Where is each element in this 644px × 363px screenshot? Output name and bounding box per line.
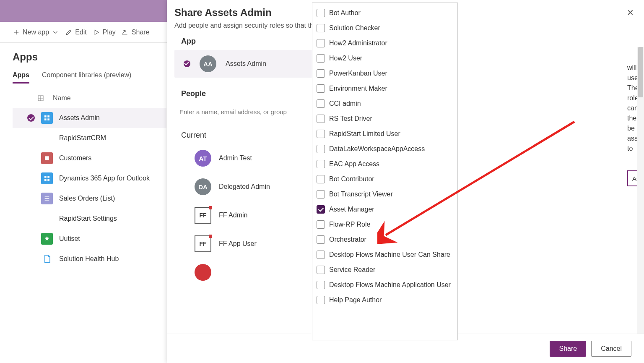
checkbox[interactable] (317, 39, 325, 47)
app-row[interactable]: Dynamics 365 App for Outlook (13, 168, 166, 188)
role-option[interactable]: Desktop Flows Machine User Can Share (312, 247, 457, 262)
checkbox[interactable] (317, 145, 325, 153)
role-option[interactable]: Solution Checker (312, 21, 457, 36)
person-row[interactable]: FFFF App User (195, 235, 313, 252)
checkbox[interactable] (317, 220, 325, 229)
svg-rect-6 (44, 176, 47, 178)
role-label: Desktop Flows Machine User Can Share (329, 251, 450, 259)
plus-icon (13, 29, 20, 36)
current-people-list: ATAdmin TestDADelegated AdminFFFF AdminF… (195, 150, 313, 281)
tab-component-libraries[interactable]: Component libraries (preview) (42, 71, 131, 84)
app-name: RapidStartCRM (59, 134, 106, 142)
person-row[interactable]: ATAdmin Test (195, 150, 313, 167)
roles-dropdown-panel[interactable]: Bot AuthorSolution CheckerHow2 Administr… (312, 3, 458, 340)
checkbox[interactable] (317, 175, 325, 183)
role-option[interactable]: RapidStart Limited User (312, 126, 457, 141)
role-option[interactable]: Bot Contributor (312, 172, 457, 187)
cancel-button[interactable]: Cancel (591, 341, 631, 357)
person-row[interactable] (195, 264, 313, 281)
app-selected-icon (27, 154, 35, 162)
role-label: How2 User (329, 55, 362, 62)
role-option[interactable]: Orchestrator (312, 232, 457, 247)
close-icon[interactable]: ✕ (627, 8, 634, 18)
new-app-button[interactable]: New app (13, 29, 59, 36)
checkbox[interactable] (317, 160, 325, 168)
app-row[interactable]: Solution Health Hub (13, 249, 166, 269)
person-name: Admin Test (219, 154, 252, 162)
person-name: Delegated Admin (219, 183, 270, 191)
app-row[interactable]: Customers (13, 148, 166, 168)
role-option[interactable]: Environment Maker (312, 81, 457, 96)
role-label: How2 Administrator (329, 39, 387, 47)
app-icon (41, 172, 53, 184)
role-option[interactable]: Asset Manager (312, 202, 457, 217)
role-option[interactable]: CCI admin (312, 96, 457, 111)
role-option[interactable]: How2 Administrator (312, 36, 457, 51)
role-option[interactable]: DataLakeWorkspaceAppAccess (312, 141, 457, 157)
app-row[interactable]: Sales Orders (List) (13, 188, 166, 209)
play-button[interactable]: Play (93, 29, 116, 36)
avatar: FF (195, 207, 211, 224)
app-name: Solution Health Hub (59, 255, 119, 263)
tab-apps[interactable]: Apps (13, 71, 29, 84)
table-icon (37, 94, 44, 102)
app-icon (41, 112, 53, 124)
apps-column-head[interactable]: Name (13, 86, 166, 108)
checkbox[interactable] (317, 235, 325, 244)
role-option[interactable]: PowerKanban User (312, 66, 457, 81)
modal-scrollbar[interactable] (637, 47, 644, 334)
role-label: RS Test Driver (329, 115, 372, 123)
checkbox[interactable] (317, 281, 325, 289)
checkbox[interactable] (317, 296, 325, 304)
checkbox[interactable] (317, 205, 325, 214)
person-row[interactable]: FFFF Admin (195, 207, 313, 224)
scrollbar-thumb[interactable] (638, 47, 643, 97)
app-selected-icon (27, 215, 35, 222)
role-option[interactable]: How2 User (312, 51, 457, 66)
role-label: Flow-RP Role (329, 221, 370, 228)
app-icon (41, 193, 53, 204)
checkbox[interactable] (317, 190, 325, 198)
app-icon (41, 253, 53, 265)
app-name: Sales Orders (List) (59, 195, 115, 202)
apps-title: Apps (13, 51, 166, 63)
checkbox[interactable] (317, 9, 325, 17)
role-option[interactable]: Service Reader (312, 262, 457, 277)
person-row[interactable]: DADelegated Admin (195, 178, 313, 195)
checkbox[interactable] (317, 266, 325, 274)
app-selected-icon (27, 134, 35, 142)
share-cmd-button[interactable]: Share (122, 29, 150, 36)
app-name: Uutiset (59, 235, 80, 243)
svg-rect-5 (45, 156, 49, 160)
role-option[interactable]: Flow-RP Role (312, 217, 457, 232)
role-option[interactable]: RS Test Driver (312, 111, 457, 126)
edit-button[interactable]: Edit (65, 29, 87, 36)
role-option[interactable]: EAC App Access (312, 157, 457, 172)
app-name: Customers (59, 154, 91, 162)
checkbox[interactable] (317, 54, 325, 63)
role-option[interactable]: Help Page Author (312, 292, 457, 308)
app-row[interactable]: Uutiset (13, 229, 166, 249)
role-option[interactable]: Bot Author (312, 5, 457, 21)
share-button[interactable]: Share (550, 341, 586, 357)
person-name: FF Admin (219, 212, 247, 219)
people-input[interactable] (178, 105, 304, 119)
app-row[interactable]: RapidStart Settings (13, 209, 166, 229)
checkbox[interactable] (317, 130, 325, 138)
checkbox[interactable] (317, 115, 325, 123)
role-option[interactable]: Bot Transcript Viewer (312, 187, 457, 202)
chevron-down-icon (52, 29, 59, 36)
selected-app-row[interactable]: AA Assets Admin (174, 50, 313, 78)
checkbox[interactable] (317, 69, 325, 78)
apps-tabs: Apps Component libraries (preview) (13, 71, 166, 84)
app-row[interactable]: Assets Admin (13, 108, 166, 128)
checkbox[interactable] (317, 99, 325, 108)
checkbox[interactable] (317, 24, 325, 32)
person-name: FF App User (219, 240, 257, 248)
edit-label: Edit (75, 29, 87, 36)
app-row[interactable]: RapidStartCRM (13, 128, 166, 148)
checkbox[interactable] (317, 251, 325, 259)
role-option[interactable]: Desktop Flows Machine Application User (312, 277, 457, 292)
checkbox[interactable] (317, 84, 325, 93)
svg-rect-8 (44, 179, 47, 181)
